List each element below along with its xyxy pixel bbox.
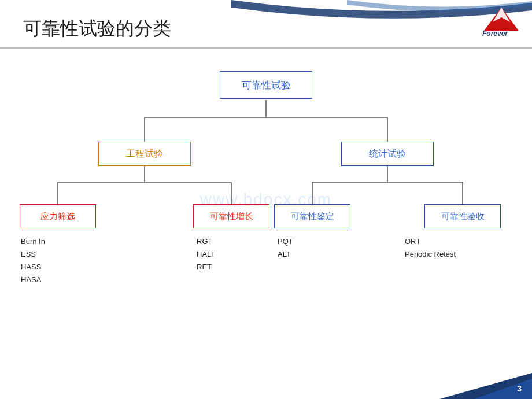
stress-item-2: ESS [21, 248, 45, 261]
reliability-acceptance-items: ORT Periodic Retest [405, 235, 456, 261]
growth-item-3: RET [197, 261, 215, 274]
page-number: 3 [517, 384, 522, 393]
qual-item-2: ALT [278, 248, 293, 261]
svg-marker-16 [474, 379, 532, 399]
growth-item-1: RGT [197, 235, 215, 248]
engineering-test-box: 工程试验 [98, 142, 191, 166]
reliability-growth-box: 可靠性增长 [193, 204, 269, 228]
reliability-acceptance-box: 可靠性验收 [424, 204, 501, 228]
stress-screening-items: Burn In ESS HASS HASA [21, 235, 45, 286]
stress-item-3: HASS [21, 261, 45, 274]
accept-item-1: ORT [405, 235, 456, 248]
stress-item-4: HASA [21, 274, 45, 286]
growth-item-2: HALT [197, 248, 215, 261]
reliability-qualification-items: PQT ALT [278, 235, 293, 261]
stress-item-1: Burn In [21, 235, 45, 248]
page-title: 可靠性试验的分类 [23, 16, 171, 42]
qual-item-1: PQT [278, 235, 293, 248]
title-divider [0, 47, 532, 49]
root-box: 可靠性试验 [220, 71, 312, 99]
stress-screening-box: 应力筛选 [20, 204, 96, 228]
diagram-container: 可靠性试验 工程试验 统计试验 应力筛选 可靠性增长 可靠性鉴定 可靠性验收 B… [0, 55, 532, 376]
reliability-qualification-box: 可靠性鉴定 [274, 204, 350, 228]
svg-text:Forever: Forever [482, 29, 508, 36]
logo: Forever [458, 5, 522, 36]
accept-item-2: Periodic Retest [405, 248, 456, 261]
reliability-growth-items: RGT HALT RET [197, 235, 215, 274]
statistics-test-box: 统计试验 [341, 142, 434, 166]
